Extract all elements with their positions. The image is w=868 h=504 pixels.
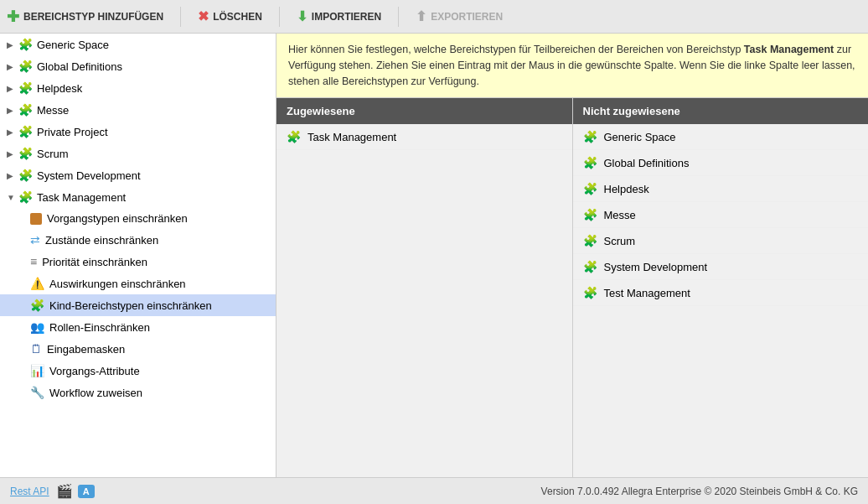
content-area: Hier können Sie festlegen, welche Bereic…	[276, 34, 868, 477]
workflow-icon: 🔧	[30, 386, 44, 399]
import-button[interactable]: ⬇ IMPORTIEREN	[297, 8, 381, 24]
unassigned-item-label: System Development	[604, 261, 708, 273]
arrow-icon: ▶	[7, 40, 18, 49]
puzzle-icon: 🧩	[18, 81, 33, 95]
sidebar-subitem-eingabemasken[interactable]: 🗒 Eingabemasken	[0, 338, 276, 360]
kind-icon: 🧩	[30, 299, 44, 312]
arrow-icon: ▶	[7, 84, 18, 93]
sidebar-subitem-label: Kind-Bereichstypen einschränken	[49, 299, 212, 312]
sidebar-subitem-label: Rollen-Einschränken	[49, 321, 150, 334]
vorgangs-icon: 📊	[30, 364, 44, 377]
sidebar-item-scrum[interactable]: ▶ 🧩 Scrum	[0, 143, 276, 164]
unassigned-item-label: Scrum	[604, 235, 636, 247]
eingabemasken-icon: 🗒	[30, 342, 42, 356]
add-label: BEREICHSTYP HINZUFÜGEN	[23, 11, 163, 23]
rollen-icon: 👥	[30, 320, 44, 334]
bottom-bar: Rest API 🎬 A Version 7.0.0.492 Allegra E…	[0, 477, 868, 504]
unassigned-item-label: Generic Space	[604, 131, 676, 143]
sidebar-item-system-development[interactable]: ▶ 🧩 System Development	[0, 164, 276, 186]
sidebar-subitem-rollen[interactable]: 👥 Rollen-Einschränken	[0, 316, 276, 338]
add-icon: ✚	[7, 8, 19, 26]
unassigned-item-system-development[interactable]: 🧩 System Development	[573, 254, 869, 280]
sidebar-subitem-prioritaet[interactable]: ≡ Priorität einschränken	[0, 251, 276, 273]
sidebar-item-label: System Development	[37, 169, 141, 182]
delete-button[interactable]: ✖ LÖSCHEN	[198, 8, 262, 24]
accessibility-button[interactable]: A	[78, 485, 95, 498]
assigned-col-body: 🧩 Task Management	[276, 124, 572, 477]
prioritaet-icon: ≡	[30, 255, 37, 268]
assigned-header: Zugewiesene	[276, 98, 572, 124]
assigned-item-task-management[interactable]: 🧩 Task Management	[276, 124, 572, 150]
separator-2	[279, 7, 280, 27]
puzzle-icon: 🧩	[18, 103, 33, 117]
info-text-1: Hier können Sie festlegen, welche Bereic…	[288, 44, 744, 55]
bottom-left: Rest API 🎬 A	[10, 483, 95, 499]
puzzle-icon: 🧩	[583, 208, 597, 221]
unassigned-item-label: Global Definitions	[604, 157, 690, 169]
puzzle-icon: 🧩	[18, 125, 33, 138]
sidebar-subitem-label: Auswirkungen einschränken	[49, 278, 186, 290]
unassigned-item-helpdesk[interactable]: 🧩 Helpdesk	[573, 176, 869, 202]
sidebar-item-task-management[interactable]: ▼ 🧩 Task Management	[0, 186, 276, 208]
sidebar-item-private-project[interactable]: ▶ 🧩 Private Project	[0, 121, 276, 143]
unassigned-item-label: Test Management	[604, 287, 690, 299]
puzzle-icon: 🧩	[583, 182, 597, 195]
sidebar-item-label: Private Project	[37, 126, 108, 138]
export-label: EXPORTIEREN	[431, 11, 503, 23]
main-layout: ▶ 🧩 Generic Space ▶ 🧩 Global Definitions…	[0, 34, 868, 477]
export-button[interactable]: ⬆ EXPORTIEREN	[416, 8, 503, 24]
separator-1	[180, 7, 181, 27]
unassigned-item-label: Messe	[604, 209, 636, 221]
delete-label: LÖSCHEN	[213, 11, 262, 23]
sidebar-subitem-vorgangs-attribute[interactable]: 📊 Vorgangs-Attribute	[0, 360, 276, 382]
sidebar-subitem-label: Vorgangs-Attribute	[49, 365, 140, 377]
unassigned-item-messe[interactable]: 🧩 Messe	[573, 202, 869, 228]
sidebar-item-helpdesk[interactable]: ▶ 🧩 Helpdesk	[0, 77, 276, 99]
sidebar-item-label: Scrum	[37, 148, 69, 160]
import-label: IMPORTIEREN	[312, 11, 381, 23]
sidebar-subitem-label: Priorität einschränken	[42, 256, 147, 268]
sidebar-subitem-zustaende[interactable]: ⇄ Zustände einschränken	[0, 229, 276, 251]
arrow-icon: ▶	[7, 62, 18, 71]
unassigned-item-generic-space[interactable]: 🧩 Generic Space	[573, 124, 869, 150]
puzzle-icon: 🧩	[583, 260, 597, 273]
info-box: Hier können Sie festlegen, welche Bereic…	[276, 34, 868, 98]
bottom-icons: 🎬 A	[56, 483, 95, 499]
puzzle-icon: 🧩	[18, 38, 33, 51]
assignment-area: Zugewiesene 🧩 Task Management Nicht zuge…	[276, 98, 868, 477]
sidebar-subitem-auswirkungen[interactable]: ⚠️ Auswirkungen einschränken	[0, 273, 276, 294]
unassigned-item-global-definitions[interactable]: 🧩 Global Definitions	[573, 150, 869, 176]
sidebar-subitem-workflow[interactable]: 🔧 Workflow zuweisen	[0, 382, 276, 403]
sidebar-subitem-kind-bereichstypen[interactable]: 🧩 Kind-Bereichstypen einschränken	[0, 294, 276, 316]
unassigned-col-body: 🧩 Generic Space 🧩 Global Definitions 🧩 H…	[573, 124, 869, 477]
puzzle-icon: 🧩	[18, 190, 33, 204]
sidebar-subitem-label: Eingabemasken	[47, 343, 125, 356]
arrow-icon: ▼	[7, 193, 18, 202]
auswirkungen-icon: ⚠️	[30, 277, 44, 290]
arrow-icon: ▶	[7, 149, 18, 158]
puzzle-icon: 🧩	[583, 286, 597, 299]
add-button[interactable]: ✚ BEREICHSTYP HINZUFÜGEN	[7, 8, 163, 26]
assigned-item-label: Task Management	[307, 131, 396, 143]
puzzle-icon: 🧩	[583, 234, 597, 247]
assigned-column: Zugewiesene 🧩 Task Management	[276, 98, 573, 477]
sidebar-item-generic-space[interactable]: ▶ 🧩 Generic Space	[0, 34, 276, 55]
sidebar-item-messe[interactable]: ▶ 🧩 Messe	[0, 99, 276, 121]
separator-3	[398, 7, 399, 27]
puzzle-icon: 🧩	[287, 130, 301, 143]
version-text: Version 7.0.0.492 Allegra Enterprise © 2…	[541, 486, 858, 497]
sidebar-item-label: Task Management	[37, 191, 126, 204]
sidebar-item-global-definitions[interactable]: ▶ 🧩 Global Definitions	[0, 55, 276, 77]
arrow-icon: ▶	[7, 127, 18, 137]
sidebar-subitem-label: Vorgangstypen einschränken	[47, 212, 188, 225]
puzzle-icon: 🧩	[583, 156, 597, 169]
unassigned-item-test-management[interactable]: 🧩 Test Management	[573, 280, 869, 306]
unassigned-item-scrum[interactable]: 🧩 Scrum	[573, 228, 869, 254]
export-icon: ⬆	[416, 8, 426, 24]
rest-api-link[interactable]: Rest API	[10, 486, 49, 497]
sidebar: ▶ 🧩 Generic Space ▶ 🧩 Global Definitions…	[0, 34, 276, 477]
unassigned-header: Nicht zugewiesene	[573, 98, 869, 124]
import-icon: ⬇	[297, 8, 307, 24]
film-icon[interactable]: 🎬	[56, 483, 73, 499]
sidebar-subitem-vorgangstypen[interactable]: Vorgangstypen einschränken	[0, 208, 276, 229]
